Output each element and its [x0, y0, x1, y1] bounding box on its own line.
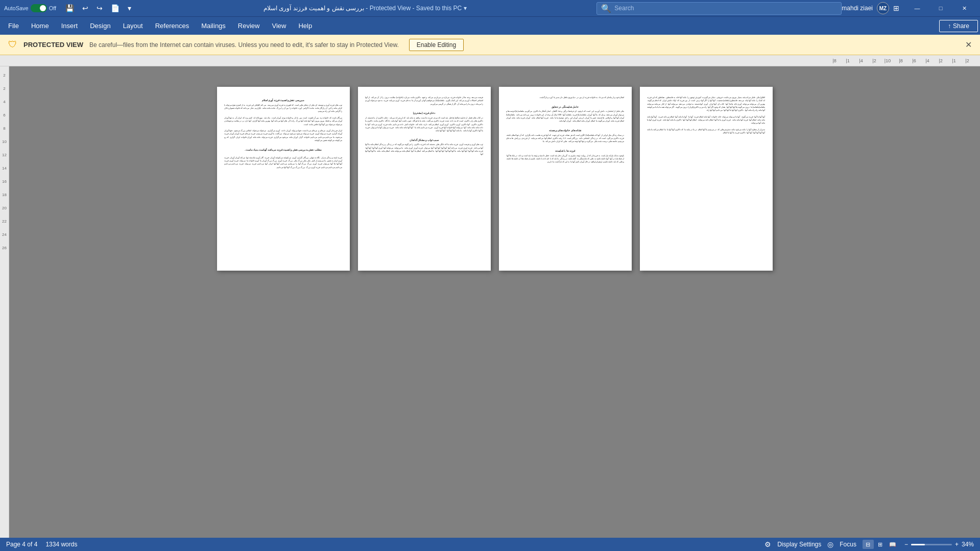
title-bar-right: mahdi ziaei MZ ⊞	[842, 2, 899, 14]
page-2-content: فرصت می‌دهد و جه ها از خانواده فرزند می‌…	[365, 96, 484, 261]
title-bar-icons: 💾 ↩ ↪ 📄 ▾	[63, 3, 133, 13]
page-2-sub1: دعای فرزند (مشتری)	[365, 112, 484, 115]
autosave-knob	[40, 5, 46, 11]
page-3-sub3: فرزند ها با شایسته	[506, 150, 625, 153]
pages-row: مبررسی نقش و اهمیت فرزند آوری اسلام توب …	[217, 87, 773, 271]
protected-title: PROTECTED VIEW	[23, 41, 83, 49]
search-box[interactable]: 🔍	[596, 2, 842, 15]
minimize-button[interactable]: —	[905, 0, 929, 16]
display-settings-icon[interactable]: ⚙	[764, 540, 771, 548]
undo-icon[interactable]: ↩	[80, 3, 90, 13]
menu-design[interactable]: Design	[84, 19, 116, 33]
user-initials: MZ	[879, 6, 887, 11]
maximize-button[interactable]: □	[929, 0, 952, 16]
ruler-mark-1r: |1	[947, 58, 961, 63]
page-3-sub2: نشانه‌های خانواده‌های برجسته	[506, 129, 625, 133]
customize-icon[interactable]: ▾	[126, 3, 133, 13]
redo-icon[interactable]: ↪	[94, 3, 105, 13]
ruler-v-18: 18	[0, 188, 9, 201]
menu-mailings[interactable]: Mailings	[195, 19, 232, 33]
vertical-ruler: 2 2 4 6 8 10 12 14 16 18 20 22 24 26	[0, 66, 9, 538]
status-bar: Page 4 of 4 1334 words ⚙ Display Setting…	[0, 538, 980, 551]
share-button[interactable]: ↑ Share	[939, 20, 978, 32]
menu-bar: File Home Insert Design Layout Reference…	[0, 16, 980, 35]
zoom-out-button[interactable]: −	[904, 541, 908, 548]
doc-title: بررسی نقش و اهمیت فرزند آوری اسلام	[264, 5, 364, 12]
zoom-area: − + 34%	[904, 541, 974, 548]
ruler-mark-2r: |2	[934, 58, 947, 63]
autosave-group: AutoSave Off	[4, 4, 56, 12]
autosave-state: Off	[49, 5, 56, 11]
ruler-mark-2rr: |2	[961, 58, 974, 63]
page-3-sub1: عامل شایستگی در حقایق	[506, 106, 625, 109]
document-canvas: مبررسی نقش و اهمیت فرزند آوری اسلام توب …	[9, 66, 980, 538]
user-name: mahdi ziaei	[842, 5, 873, 12]
ruler-v-10: 10	[0, 135, 9, 148]
web-layout-button[interactable]: ⊞	[875, 540, 886, 549]
page-1-sub: مطلب نقش به بررسی نقش و اهمیت فرزند می‌ب…	[224, 149, 343, 152]
focus-icon[interactable]: ◎	[827, 540, 833, 548]
print-layout-button[interactable]: ⊟	[863, 540, 874, 549]
ribbon-icon[interactable]: ⊞	[893, 4, 899, 12]
menu-home[interactable]: Home	[25, 19, 55, 33]
page-2: فرصت می‌دهد و جه ها از خانواده فرزند می‌…	[358, 87, 491, 271]
ruler-mark-8l: |8	[828, 58, 841, 63]
document-area: 2 2 4 6 8 10 12 14 16 18 20 22 24 26 مبر…	[0, 66, 980, 538]
search-icon: 🔍	[601, 4, 611, 13]
save-status: Saved to this PC	[416, 5, 462, 12]
display-settings-label[interactable]: Display Settings	[777, 541, 821, 548]
menu-help[interactable]: Help	[292, 19, 318, 33]
zoom-in-button[interactable]: +	[955, 541, 959, 548]
protected-message: Be careful—files from the Internet can c…	[89, 41, 399, 49]
ruler-mark-8r: |8	[894, 58, 907, 63]
page-1-content: مبررسی نقش و اهمیت فرزند آوری اسلام توب …	[224, 96, 343, 261]
title-bar-left: AutoSave Off 💾 ↩ ↪ 📄 ▾	[4, 3, 133, 13]
user-avatar[interactable]: MZ	[877, 2, 889, 14]
menu-review[interactable]: Review	[232, 19, 266, 33]
close-protected-bar-button[interactable]: ✕	[965, 40, 972, 50]
title-bar: AutoSave Off 💾 ↩ ↪ 📄 ▾ بررسی نقش و اهمیت…	[0, 0, 980, 16]
page-4: اخلاق( بنکی عامل می‌اندیشد بسیار پیروی م…	[640, 87, 773, 271]
menu-file[interactable]: File	[2, 19, 25, 33]
ruler-v-20: 20	[0, 201, 9, 214]
window-controls: — □ ✕	[905, 0, 976, 16]
ruler-marks: |8 |1 |4 |2 |10 |8 |6 |4 |2 |1 |2	[828, 58, 974, 63]
page-2-sub2: سبب ثواب و مشکل گناهان	[365, 139, 484, 142]
horizontal-ruler: |8 |1 |4 |2 |10 |8 |6 |4 |2 |1 |2	[0, 55, 980, 66]
title-bar-title: بررسی نقش و اهمیت فرزند آوری اسلام - Pro…	[133, 5, 596, 12]
save-icon[interactable]: 💾	[63, 3, 76, 13]
ruler-v-8: 8	[0, 122, 9, 135]
focus-label[interactable]: Focus	[840, 541, 856, 548]
autosave-toggle[interactable]	[31, 4, 47, 12]
close-button[interactable]: ✕	[952, 0, 976, 16]
zoom-level[interactable]: 34%	[962, 541, 974, 548]
page-3-content: اصلاح خود و از بیانه‌ای که می‌داد به خان…	[506, 96, 625, 261]
ruler-mark-1l: |1	[841, 58, 854, 63]
enable-editing-button[interactable]: Enable Editing	[409, 39, 464, 51]
ruler-v-2: 2	[0, 68, 9, 82]
menu-references[interactable]: References	[149, 19, 195, 33]
sep: -	[412, 5, 416, 12]
page-1-title: مبررسی نقش و اهمیت فرزند آوری اسلام	[224, 99, 343, 103]
ruler-v-16: 16	[0, 175, 9, 188]
save-status-arrow: ▾	[464, 5, 467, 12]
search-input[interactable]	[614, 5, 837, 12]
protected-view-bar: 🛡 PROTECTED VIEW Be careful—files from t…	[0, 35, 980, 55]
ruler-v-12: 12	[0, 148, 9, 161]
page-info: Page 4 of 4	[6, 541, 37, 548]
read-mode-button[interactable]: 📖	[887, 540, 898, 549]
ruler-mark-4r: |4	[921, 58, 934, 63]
new-doc-icon[interactable]: 📄	[109, 3, 122, 13]
menu-view[interactable]: View	[266, 19, 292, 33]
page-4-content: اخلاق( بنکی عامل می‌اندیشد بسیار پیروی م…	[647, 96, 766, 261]
ruler-v-24: 24	[0, 228, 9, 241]
menu-insert[interactable]: Insert	[55, 19, 84, 33]
status-bar-right: ⚙ Display Settings ◎ Focus ⊟ ⊞ 📖 − + 34%	[764, 540, 974, 549]
menu-layout[interactable]: Layout	[117, 19, 149, 33]
shield-icon: 🛡	[8, 39, 17, 50]
ruler-mark-6: |6	[907, 58, 921, 63]
ruler-mark-2l: |2	[868, 58, 881, 63]
zoom-slider[interactable]	[911, 544, 952, 545]
ruler-v-22: 22	[0, 214, 9, 228]
ruler-mark-10: |10	[881, 58, 894, 63]
